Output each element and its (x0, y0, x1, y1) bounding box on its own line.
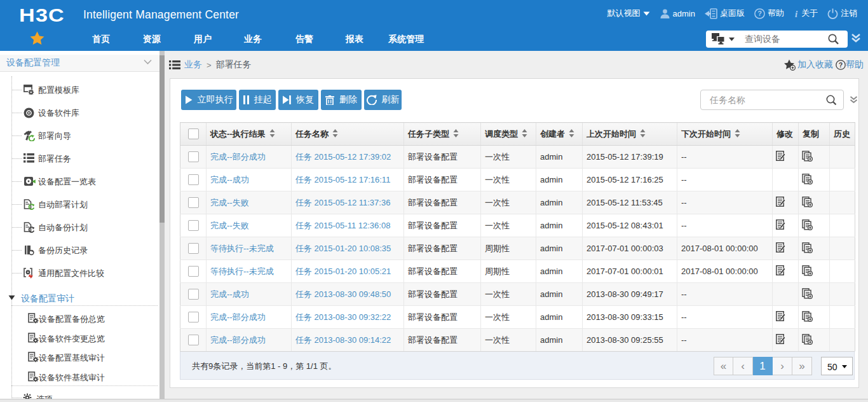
svg-text:?: ? (839, 61, 843, 69)
svg-text:?: ? (757, 10, 762, 17)
svg-text:i: i (795, 9, 798, 19)
